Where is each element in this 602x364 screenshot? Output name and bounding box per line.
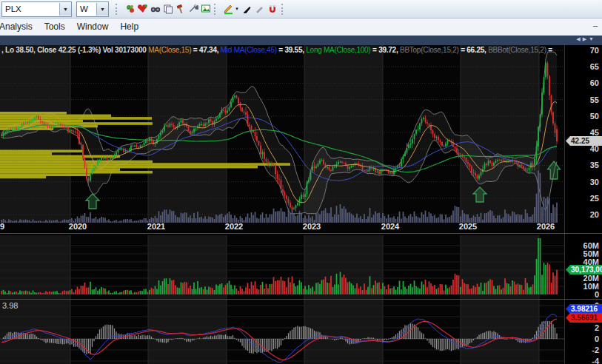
main-toolbar: PLX ▼ W ▼ ▼ — [0, 0, 602, 18]
image-icon[interactable] — [199, 3, 212, 16]
axis-label: 20 — [590, 210, 599, 219]
symbol-combo[interactable]: PLX ▼ — [1, 1, 72, 17]
readout-segment: = 47.34, — [191, 46, 220, 54]
axis-label: -2 — [592, 346, 599, 354]
axis-label: 55 — [590, 95, 599, 104]
last-price-tag: 42.25 — [566, 136, 602, 146]
window-caption-strip: ◀▶▼ — [0, 36, 602, 45]
buy-arrow-annotation[interactable] — [86, 194, 99, 209]
readout-segment: , Lo 38.50, Close 42.25 (-1.3%) Vol 3017… — [1, 46, 148, 54]
chart-area: , Lo 38.50, Close 42.25 (-1.3%) Vol 3017… — [0, 45, 602, 364]
volume-pane[interactable] — [0, 235, 564, 300]
axis-label: 0 — [595, 290, 599, 299]
year-label: 2020 — [69, 222, 87, 231]
menu-tools[interactable]: Tools — [39, 18, 71, 36]
time-axis: 20192020202120222023202420252026 — [0, 222, 564, 232]
macd-value-tag: 3.98216 — [566, 304, 602, 314]
axis-label: 50 — [590, 112, 599, 121]
axis-label: 25 — [590, 194, 599, 203]
readout-segment: MA(Close,15) — [148, 46, 191, 54]
menu-analysis[interactable]: Analysis — [0, 18, 39, 36]
minimize-icon[interactable]: – — [593, 21, 598, 30]
macd-current-value: 3.98 — [2, 301, 18, 310]
toolbar-grip[interactable] — [116, 4, 121, 15]
axis-label: 0 — [595, 334, 599, 343]
readout-segment: = 66.25, — [459, 46, 488, 54]
readout-segment: = 39.72, — [370, 46, 399, 54]
chevron-down-icon[interactable]: ▼ — [235, 7, 239, 11]
toolbar-grip[interactable] — [214, 4, 220, 15]
axis-label: 35 — [590, 161, 599, 169]
hammer-icon[interactable] — [174, 3, 187, 16]
signal-value-tag: 3.56691 — [566, 313, 602, 323]
ohlc-readout: , Lo 38.50, Close 42.25 (-1.3%) Vol 3017… — [1, 46, 564, 55]
readout-segment: BBTop(Close,15,2) — [400, 46, 459, 54]
chevron-down-icon[interactable]: ▼ — [59, 3, 71, 16]
year-label: 2023 — [303, 222, 321, 231]
menu-window[interactable]: Window — [71, 18, 115, 36]
readout-segment: = — [546, 46, 552, 54]
year-label: 2022 — [225, 222, 243, 231]
binoculars-icon[interactable] — [149, 3, 161, 16]
axis-label: 45 — [590, 128, 599, 137]
readout-segment: Long MA(Close,100) — [306, 46, 370, 54]
year-label: 2024 — [381, 222, 399, 231]
pen-tool-icon[interactable] — [241, 3, 254, 16]
year-label: 2025 — [459, 222, 477, 231]
readout-segment: = 39.55, — [277, 46, 306, 54]
year-label: 2021 — [147, 222, 165, 231]
wrench-icon[interactable] — [187, 3, 199, 16]
axis-label: 30 — [590, 178, 599, 186]
period-value: W — [77, 4, 96, 13]
axis-label: 60 — [590, 78, 599, 87]
volume-tag: 30,173,000 — [566, 265, 602, 274]
year-label: 2026 — [537, 222, 555, 231]
price-pane[interactable] — [0, 45, 564, 223]
trading-app-window: PLX ▼ W ▼ ▼ Analysis Tools Window Help – — [0, 0, 602, 364]
magnet-icon[interactable] — [267, 3, 279, 16]
axis-label: 2 — [595, 323, 599, 332]
draft-pen-icon[interactable] — [254, 3, 267, 16]
copy-icon[interactable] — [161, 3, 174, 16]
axis-label: -4 — [592, 357, 599, 364]
chevron-down-icon[interactable]: ▼ — [96, 3, 108, 16]
menu-help[interactable]: Help — [114, 18, 144, 36]
symbol-value: PLX — [2, 4, 59, 13]
year-label: 2019 — [0, 222, 4, 231]
readout-segment: Mid MA(Close,45) — [221, 46, 277, 54]
axis-label: 65 — [590, 62, 599, 71]
toolbar-grip[interactable] — [281, 4, 287, 15]
window-nav-icons[interactable]: ◀▶▼ — [576, 36, 596, 42]
pane-divider[interactable] — [0, 233, 602, 234]
chart-settings-icon[interactable] — [124, 3, 136, 16]
period-combo[interactable]: W ▼ — [76, 1, 109, 17]
favorites-icon[interactable] — [136, 3, 149, 16]
macd-pane[interactable] — [0, 300, 564, 364]
right-axis-column: 706560555045403530252060M50M40M20M10M062… — [564, 45, 602, 364]
axis-label: 70 — [590, 46, 599, 55]
pencil-tool-icon[interactable] — [222, 3, 235, 16]
menu-bar: Analysis Tools Window Help – — [0, 18, 602, 36]
readout-segment: BBBot(Close,15,2) — [488, 46, 546, 54]
pane-divider[interactable] — [0, 299, 602, 300]
